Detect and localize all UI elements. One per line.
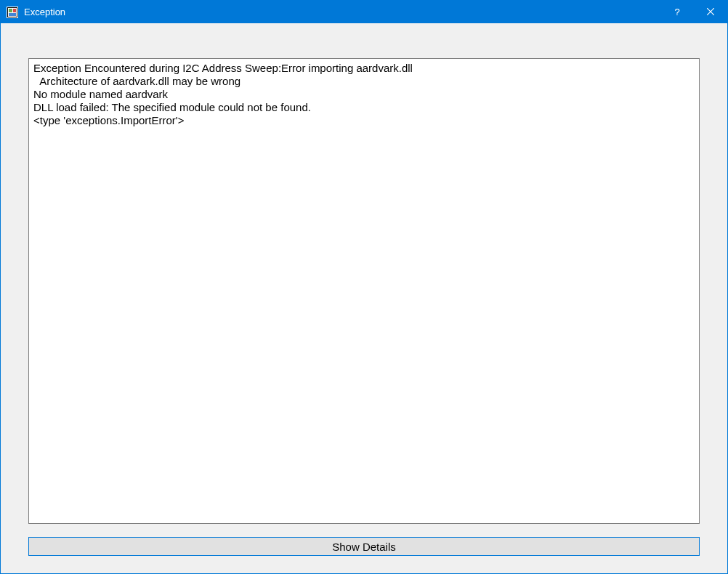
exception-dialog-window: Exception ? Exception Encountered during…: [0, 0, 728, 574]
svg-rect-4: [9, 13, 16, 16]
close-button[interactable]: [694, 1, 727, 23]
show-details-button[interactable]: Show Details: [28, 537, 700, 556]
svg-rect-3: [9, 9, 12, 12]
titlebar-controls: ?: [660, 1, 727, 23]
svg-rect-5: [13, 9, 16, 12]
titlebar: Exception ?: [1, 1, 727, 23]
button-row: Show Details: [28, 537, 700, 556]
app-icon: [7, 7, 18, 18]
window-title: Exception: [24, 7, 660, 17]
close-icon: [707, 7, 714, 17]
error-message-box[interactable]: Exception Encountered during I2C Address…: [28, 58, 700, 524]
help-button[interactable]: ?: [660, 1, 694, 23]
dialog-content: Exception Encountered during I2C Address…: [1, 23, 727, 573]
help-icon: ?: [674, 7, 679, 17]
